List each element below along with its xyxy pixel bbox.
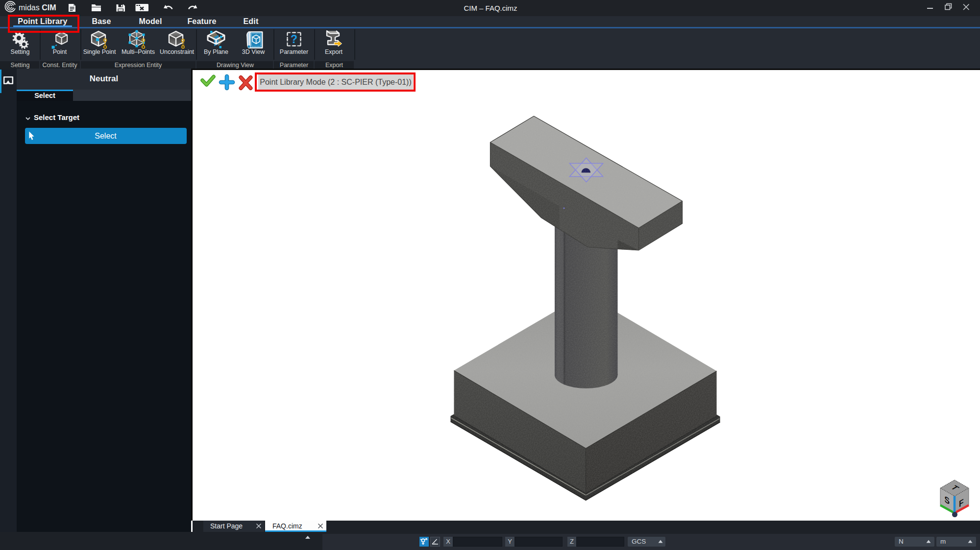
svg-text:midas CIM: midas CIM — [19, 3, 56, 12]
svg-text:?: ? — [291, 32, 297, 45]
